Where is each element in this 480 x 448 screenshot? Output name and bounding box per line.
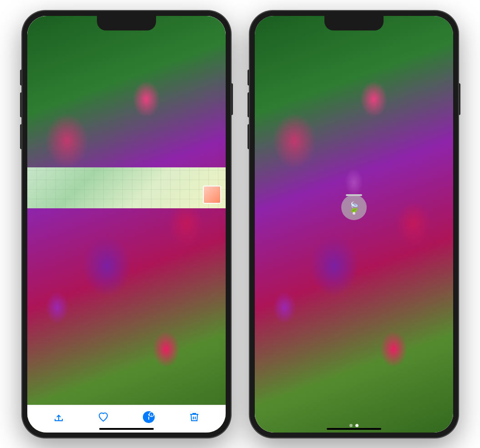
- svg-text:i: i: [151, 413, 152, 416]
- volume-up-button-r: [248, 92, 249, 117]
- mute-button: [20, 70, 22, 86]
- photo-indicators-right: [349, 424, 359, 427]
- phones-container: Add a Caption 🍃 Look Up – Plant › Monday…: [13, 1, 468, 447]
- left-phone-screen: Add a Caption 🍃 Look Up – Plant › Monday…: [27, 16, 226, 433]
- favorite-button[interactable]: [98, 412, 109, 423]
- delete-button[interactable]: [189, 412, 200, 423]
- right-phone-screen: 🍃 Results ✕: [255, 16, 453, 433]
- home-indicator: [99, 428, 154, 430]
- dot-r-1: [349, 424, 353, 427]
- visual-search-button[interactable]: 🍃: [341, 195, 367, 220]
- share-button[interactable]: [53, 412, 64, 423]
- mute-button-r: [248, 70, 249, 86]
- right-phone-frame: 🍃 Results ✕: [249, 10, 459, 438]
- photo-area-right[interactable]: 🍃: [255, 16, 453, 193]
- visual-search-dot: [353, 212, 355, 215]
- sheet-handle: [346, 194, 362, 196]
- flower-background-right: [255, 16, 453, 433]
- svg-rect-3: [148, 417, 149, 420]
- info-button[interactable]: i: [142, 411, 155, 423]
- dot-r-2: [355, 424, 359, 427]
- flower-background: [27, 16, 226, 433]
- left-phone-frame: Add a Caption 🍃 Look Up – Plant › Monday…: [22, 10, 231, 438]
- volume-down-button: [20, 124, 22, 149]
- volume-down-button-r: [248, 124, 249, 149]
- map-pin: [203, 186, 221, 204]
- map-area[interactable]: [27, 167, 226, 208]
- volume-up-button: [20, 92, 22, 117]
- home-indicator-right: [327, 428, 381, 430]
